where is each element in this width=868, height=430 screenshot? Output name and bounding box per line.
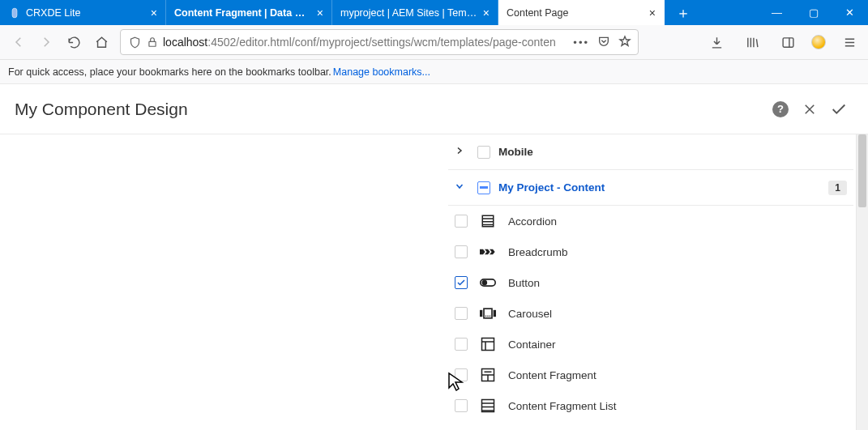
forward-button[interactable] <box>34 30 58 54</box>
tab-myproject-templates[interactable]: myproject | AEM Sites | Templat… × <box>332 0 498 25</box>
button-icon <box>479 278 497 287</box>
back-button[interactable] <box>6 30 31 54</box>
component-label: Accordion <box>508 215 557 228</box>
content-fragment-icon <box>479 368 497 382</box>
downloads-icon[interactable] <box>704 30 729 54</box>
url-bar[interactable]: localhost:4502/editor.html/conf/myprojec… <box>120 29 639 55</box>
component-item-accordion[interactable]: Accordion <box>448 206 853 236</box>
svg-rect-5 <box>480 310 482 317</box>
tabs-after: ＋ <box>665 0 702 25</box>
tab-label: Content Page <box>507 7 644 19</box>
component-item-carousel[interactable]: Carousel <box>448 298 853 329</box>
component-checkbox[interactable] <box>455 215 468 228</box>
browser-navbar: localhost:4502/editor.html/conf/myprojec… <box>0 25 868 60</box>
bookmark-star-icon[interactable] <box>618 35 631 50</box>
manage-bookmarks-link[interactable]: Manage bookmarks... <box>333 66 430 78</box>
done-button[interactable] <box>824 95 853 124</box>
close-tab-icon[interactable]: × <box>483 6 490 19</box>
sidebar-icon[interactable] <box>776 30 800 54</box>
home-button[interactable] <box>89 30 113 54</box>
tab-label: CRXDE Lite <box>26 7 146 19</box>
group-mobile[interactable]: Mobile <box>448 134 853 170</box>
chevron-right-icon <box>455 146 469 158</box>
component-item-content-fragment-list[interactable]: Content Fragment List <box>448 390 853 421</box>
component-item-container[interactable]: Container <box>448 329 853 360</box>
breadcrumb-icon <box>479 246 497 258</box>
pocket-icon[interactable] <box>597 35 610 50</box>
component-label: Content Fragment <box>508 369 596 381</box>
carousel-icon <box>479 308 497 319</box>
dialog-header: My Component Design ? <box>0 84 868 134</box>
chevron-down-icon <box>455 181 469 194</box>
tab-label: Content Fragment | Data Mod… <box>174 7 312 19</box>
page-content: My Component Design ? Mobile My Pro <box>0 84 868 430</box>
window-maximize[interactable]: ▢ <box>795 0 832 25</box>
group-checkbox-indeterminate[interactable] <box>477 181 490 194</box>
group-checkbox[interactable] <box>477 146 490 159</box>
svg-rect-0 <box>149 41 156 46</box>
component-label: Container <box>508 338 556 351</box>
help-icon: ? <box>772 101 789 117</box>
component-panel: Mobile My Project - Content 1 Accordion <box>448 134 853 430</box>
window-close[interactable]: ✕ <box>832 0 868 25</box>
svg-point-10 <box>490 316 491 317</box>
cancel-button[interactable] <box>795 95 824 124</box>
component-label: Breadcrumb <box>508 246 568 258</box>
group-name: My Project - Content <box>498 181 605 194</box>
window-minimize[interactable]: — <box>759 0 795 25</box>
component-checkbox[interactable] <box>455 368 468 381</box>
group-name: Mobile <box>498 146 533 158</box>
tab-content-page[interactable]: Content Page × <box>498 0 665 25</box>
component-label: Carousel <box>508 308 552 320</box>
dialog-title: My Component Design <box>15 100 766 119</box>
svg-point-9 <box>487 316 489 317</box>
new-tab-button[interactable]: ＋ <box>671 3 695 23</box>
svg-rect-1 <box>783 37 793 46</box>
bookmarks-hint: For quick access, place your bookmarks h… <box>8 66 331 78</box>
window-controls: — ▢ ✕ <box>759 0 868 25</box>
component-checkbox[interactable] <box>455 276 468 289</box>
url-actions: ••• <box>573 35 631 50</box>
tab-cf-data-model[interactable]: Content Fragment | Data Mod… × <box>166 0 332 25</box>
component-checkbox[interactable] <box>455 338 468 351</box>
library-icon[interactable] <box>740 30 764 54</box>
content-fragment-list-icon <box>479 398 497 413</box>
component-checkbox[interactable] <box>455 307 468 320</box>
svg-rect-11 <box>482 338 494 351</box>
tab-label: myproject | AEM Sites | Templat… <box>340 7 478 19</box>
reload-button[interactable] <box>62 30 86 54</box>
close-tab-icon[interactable]: × <box>317 6 323 19</box>
profile-avatar[interactable] <box>811 35 826 49</box>
scrollbar-vertical[interactable] <box>856 134 868 430</box>
svg-point-4 <box>482 281 486 285</box>
svg-rect-7 <box>494 310 496 317</box>
shield-icon <box>127 36 142 49</box>
container-icon <box>479 337 497 351</box>
bookmarks-toolbar: For quick access, place your bookmarks h… <box>0 60 868 84</box>
close-tab-icon[interactable]: × <box>649 6 656 19</box>
help-button[interactable]: ? <box>766 95 795 124</box>
lock-icon <box>145 36 160 48</box>
browser-titlebar: CRXDE Lite × Content Fragment | Data Mod… <box>0 0 868 25</box>
component-checkbox[interactable] <box>455 245 468 258</box>
component-label: Button <box>508 277 540 289</box>
component-item-button[interactable]: Button <box>448 267 853 298</box>
menu-icon[interactable] <box>837 30 862 54</box>
tab-favicon <box>8 6 21 19</box>
tab-crxde[interactable]: CRXDE Lite × <box>0 0 166 25</box>
scrollbar-thumb[interactable] <box>858 134 866 207</box>
svg-point-8 <box>485 316 487 317</box>
component-item-content-fragment[interactable]: Content Fragment <box>448 360 853 390</box>
url-text: localhost:4502/editor.html/conf/myprojec… <box>163 36 573 49</box>
component-item-breadcrumb[interactable]: Breadcrumb <box>448 236 853 267</box>
close-tab-icon[interactable]: × <box>151 6 157 19</box>
component-checkbox[interactable] <box>455 399 468 412</box>
component-label: Content Fragment List <box>508 400 617 412</box>
group-myproject-content[interactable]: My Project - Content 1 <box>448 170 853 206</box>
group-count-badge: 1 <box>828 181 847 195</box>
browser-tabs: CRXDE Lite × Content Fragment | Data Mod… <box>0 0 665 25</box>
accordion-icon <box>479 214 497 228</box>
more-icon[interactable]: ••• <box>573 36 589 49</box>
